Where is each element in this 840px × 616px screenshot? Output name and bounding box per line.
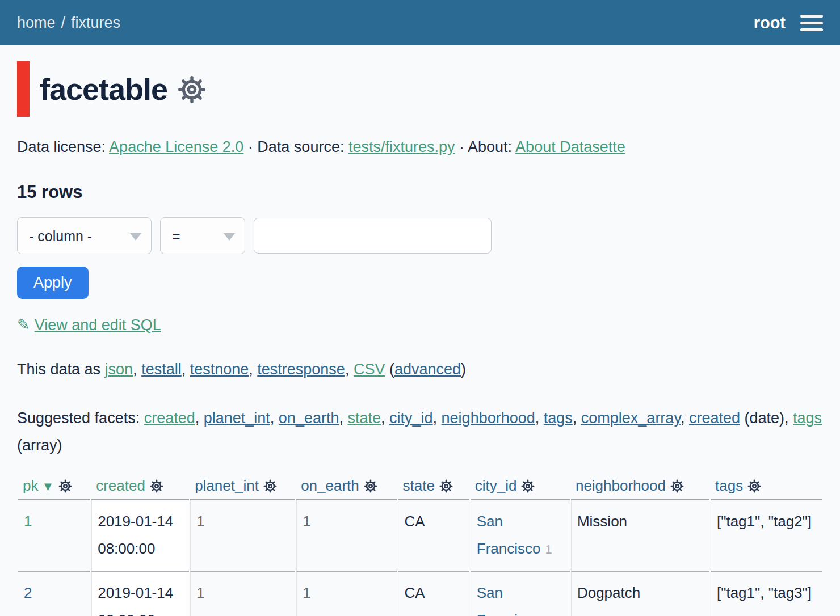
- column-header-on_earth: on_earth: [296, 474, 397, 500]
- facet-link-city_id[interactable]: city_id: [389, 410, 433, 427]
- facet-link-complex_array[interactable]: complex_array: [581, 410, 681, 427]
- table-settings-gear-icon[interactable]: [178, 75, 206, 106]
- results-table-wrap: pk▼createdplanet_inton_earthstatecity_id…: [17, 474, 823, 616]
- cell-value[interactable]: San Francisco: [477, 513, 541, 557]
- facet-link-on_earth[interactable]: on_earth: [279, 410, 339, 427]
- cell-value: 1: [303, 513, 310, 530]
- breadcrumb-current-link[interactable]: fixtures: [71, 14, 120, 31]
- source-link[interactable]: tests/fixtures.py: [348, 138, 455, 155]
- filter-column-select[interactable]: - column -: [17, 217, 152, 254]
- export-link-json[interactable]: json: [105, 361, 133, 378]
- link-separator: ,: [681, 410, 689, 427]
- sort-link-city_id[interactable]: city_id: [475, 477, 517, 494]
- apply-button[interactable]: Apply: [17, 267, 89, 299]
- facet-link-neighborhood[interactable]: neighborhood: [442, 410, 535, 427]
- column-cog-icon[interactable]: [150, 479, 163, 493]
- foreign-key-id: 1: [545, 614, 552, 616]
- column-cog-icon[interactable]: [670, 479, 684, 493]
- column-header-tags: tags: [711, 474, 822, 500]
- link-separator: ,: [270, 410, 279, 427]
- sort-link-neighborhood[interactable]: neighborhood: [576, 477, 666, 494]
- export-link-testall[interactable]: testall: [141, 361, 182, 378]
- export-link-CSV[interactable]: CSV: [354, 361, 385, 378]
- cell-value: Dogpatch: [577, 584, 640, 601]
- filter-controls: - column - =: [17, 217, 823, 254]
- export-link-advanced[interactable]: advanced: [394, 361, 461, 378]
- column-cog-icon[interactable]: [58, 479, 72, 493]
- filter-value-input[interactable]: [254, 218, 492, 254]
- cell-state: CA: [398, 500, 469, 572]
- facet-link-planet_int[interactable]: planet_int: [204, 410, 270, 427]
- cell-value[interactable]: 1: [24, 513, 32, 530]
- column-header-neighborhood: neighborhood: [571, 474, 709, 500]
- cell-tags: ["tag1", "tag3"]: [711, 572, 822, 616]
- cell-value: 1: [303, 584, 310, 601]
- cell-created: 2019-01-14 08:00:00: [91, 500, 189, 572]
- cell-planet_int: 1: [190, 572, 295, 616]
- link-separator: ,: [182, 361, 190, 378]
- link-separator: ): [461, 361, 466, 378]
- sort-link-pk[interactable]: pk: [23, 477, 38, 494]
- column-header-pk: pk▼: [18, 474, 90, 500]
- top-nav: home/fixtures root: [0, 0, 840, 45]
- column-cog-icon[interactable]: [747, 479, 761, 493]
- sort-link-planet_int[interactable]: planet_int: [195, 477, 259, 494]
- link-separator: ,: [573, 410, 581, 427]
- cell-value[interactable]: San Francisco: [477, 584, 541, 616]
- facets-prefix: Suggested facets:: [17, 410, 144, 427]
- sql-line: ✎View and edit SQL: [17, 316, 823, 334]
- cell-neighborhood: Dogpatch: [571, 572, 709, 616]
- foreign-key-id: 1: [545, 542, 552, 556]
- facet-link-created[interactable]: created: [689, 410, 740, 427]
- row-count: 15 rows: [17, 182, 823, 202]
- metadata-line: Data license: Apache License 2.0 · Data …: [17, 137, 823, 157]
- about-link[interactable]: About Datasette: [515, 138, 625, 155]
- column-cog-icon[interactable]: [364, 479, 377, 493]
- export-link-testresponse[interactable]: testresponse: [257, 361, 345, 378]
- link-separator: ,: [249, 361, 257, 378]
- export-link-testnone[interactable]: testnone: [190, 361, 249, 378]
- filter-operator-select[interactable]: =: [160, 217, 245, 254]
- source-label: Data source:: [257, 138, 344, 155]
- results-table: pk▼createdplanet_inton_earthstatecity_id…: [17, 474, 823, 616]
- user-menu-link[interactable]: root: [754, 14, 786, 32]
- hamburger-menu-icon[interactable]: [800, 12, 823, 33]
- facet-link-tags[interactable]: tags: [544, 410, 573, 427]
- cell-neighborhood: Mission: [571, 500, 709, 572]
- column-cog-icon[interactable]: [521, 479, 535, 493]
- cell-on_earth: 1: [296, 572, 397, 616]
- cell-value: Mission: [577, 513, 627, 530]
- link-separator: ,: [133, 361, 141, 378]
- sort-link-created[interactable]: created: [96, 477, 145, 494]
- page-title: facetable: [40, 71, 167, 107]
- link-separator: ,: [433, 410, 442, 427]
- cell-value[interactable]: 2: [24, 584, 32, 601]
- cell-value: CA: [404, 584, 425, 601]
- link-separator: ,: [535, 410, 544, 427]
- breadcrumb: home/fixtures: [17, 14, 120, 32]
- cell-value: 2019-01-14 08:00:00: [98, 513, 173, 557]
- cell-value: 1: [196, 513, 204, 530]
- link-separator: (: [385, 361, 394, 378]
- license-link[interactable]: Apache License 2.0: [109, 138, 243, 155]
- column-header-planet_int: planet_int: [190, 474, 295, 500]
- column-header-created: created: [91, 474, 189, 500]
- column-cog-icon[interactable]: [439, 479, 453, 493]
- column-cog-icon[interactable]: [263, 479, 277, 493]
- column-header-state: state: [398, 474, 469, 500]
- breadcrumb-home-link[interactable]: home: [17, 14, 56, 31]
- cell-value: CA: [404, 513, 425, 530]
- facet-link-created[interactable]: created: [144, 410, 195, 427]
- gear-icon[interactable]: [178, 75, 206, 104]
- cell-tags: ["tag1", "tag2"]: [711, 500, 822, 572]
- page-title-block: facetable: [17, 61, 823, 117]
- facet-link-state[interactable]: state: [347, 410, 381, 427]
- cell-value: ["tag1", "tag3"]: [717, 584, 812, 601]
- link-separator: ,: [339, 410, 347, 427]
- sort-link-state[interactable]: state: [402, 477, 434, 494]
- sort-link-on_earth[interactable]: on_earth: [301, 477, 359, 494]
- facet-link-tags[interactable]: tags: [793, 410, 822, 427]
- sort-link-tags[interactable]: tags: [715, 477, 743, 494]
- cell-on_earth: 1: [296, 500, 397, 572]
- view-edit-sql-link[interactable]: View and edit SQL: [35, 317, 161, 334]
